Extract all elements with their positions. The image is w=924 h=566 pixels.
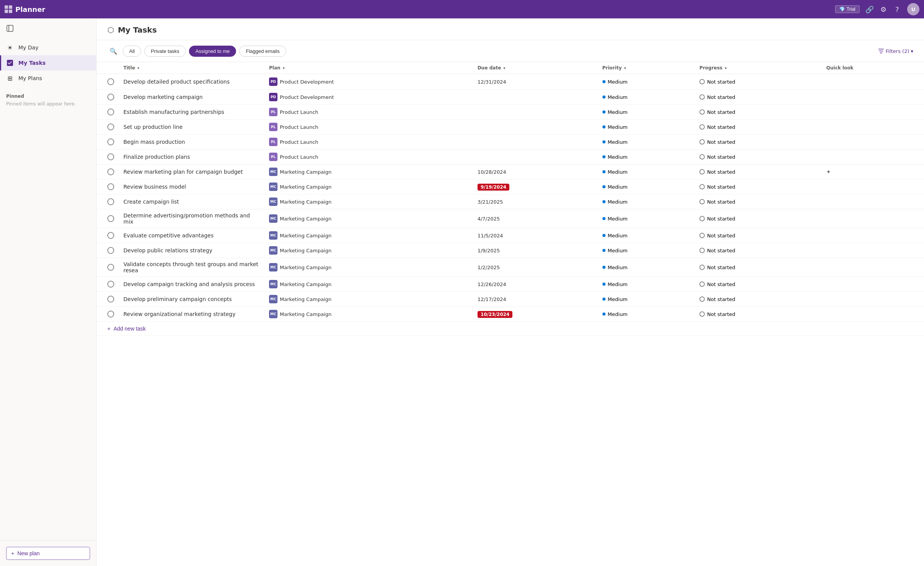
task-title-cell: Develop preliminary campaign concepts	[119, 292, 264, 307]
avatar[interactable]: U	[907, 3, 919, 15]
sidebar-item-my-tasks[interactable]: My Tasks	[0, 55, 96, 71]
progress-label: Not started	[707, 169, 735, 175]
task-plan-cell: PLProduct Launch	[264, 120, 473, 135]
task-progress-cell: Not started	[695, 120, 822, 135]
task-priority-cell: Medium	[598, 243, 695, 258]
task-title[interactable]: Develop campaign tracking and analysis p…	[123, 281, 255, 287]
task-title[interactable]: Create campaign list	[123, 199, 179, 205]
task-priority-cell: Medium	[598, 292, 695, 307]
sidebar-item-label: My Tasks	[18, 60, 46, 66]
task-checkbox[interactable]	[107, 78, 114, 85]
progress-label: Not started	[707, 296, 735, 302]
task-checkbox[interactable]	[107, 153, 114, 160]
task-quick-look-cell	[822, 292, 924, 307]
search-button[interactable]: 🔍	[107, 45, 120, 57]
table-row: Develop preliminary campaign conceptsMCM…	[97, 292, 924, 307]
col-progress[interactable]: Progress ▾	[695, 62, 822, 74]
task-quick-look-cell	[822, 179, 924, 194]
tab-private-tasks[interactable]: Private tasks	[144, 46, 185, 57]
task-title[interactable]: Review business model	[123, 184, 186, 190]
task-title[interactable]: Develop detailed product specifications	[123, 79, 230, 85]
task-checkbox[interactable]	[107, 168, 114, 175]
task-quick-look-cell	[822, 258, 924, 277]
help-icon[interactable]: ?	[893, 5, 901, 13]
task-progress-cell: Not started	[695, 179, 822, 194]
col-plan[interactable]: Plan ▾	[264, 62, 473, 74]
task-checkbox[interactable]	[107, 94, 114, 100]
plan-icon: PL	[269, 138, 277, 146]
task-checkbox[interactable]	[107, 215, 114, 222]
tab-flagged-emails[interactable]: Flagged emails	[239, 46, 286, 57]
progress-circle	[699, 265, 705, 270]
task-due-date-cell	[473, 135, 598, 150]
plan-name: Marketing Campaign	[280, 265, 332, 270]
task-checkbox[interactable]	[107, 183, 114, 190]
tab-assigned-to-me[interactable]: Assigned to me	[189, 46, 236, 57]
task-title[interactable]: Establish manufacturing partnerships	[123, 109, 224, 115]
filters-label: Filters (2)	[886, 48, 909, 54]
plan-icon: MC	[269, 231, 277, 240]
task-checkbox[interactable]	[107, 296, 114, 303]
task-checkbox-cell	[97, 135, 119, 150]
sidebar-toggle[interactable]	[0, 21, 96, 35]
progress-circle	[699, 216, 705, 221]
task-title[interactable]: Begin mass production	[123, 139, 185, 145]
task-checkbox[interactable]	[107, 123, 114, 130]
task-checkbox[interactable]	[107, 264, 114, 271]
task-checkbox[interactable]	[107, 281, 114, 288]
task-checkbox[interactable]	[107, 198, 114, 205]
task-checkbox[interactable]	[107, 232, 114, 239]
task-checkbox-cell	[97, 228, 119, 243]
task-checkbox[interactable]	[107, 138, 114, 145]
filters-button[interactable]: Filters (2) ▾	[878, 48, 913, 54]
task-title[interactable]: Develop public relations strategy	[123, 247, 212, 253]
progress-circle	[699, 199, 705, 204]
task-checkbox[interactable]	[107, 247, 114, 254]
task-title[interactable]: Finalize production plans	[123, 154, 190, 160]
col-title[interactable]: Title ▾	[119, 62, 264, 74]
settings-icon[interactable]: ⚙	[880, 5, 887, 13]
task-due-date-cell: 10/28/2024	[473, 165, 598, 179]
table-header-row: Title ▾ Plan ▾ Due date ▾ Priority ▾ Pro…	[97, 62, 924, 74]
quick-look-icon[interactable]: ✦	[826, 169, 831, 175]
filters-bar: 🔍 All Private tasks Assigned to me Flagg…	[97, 40, 924, 62]
task-due-date-cell: 12/31/2024	[473, 74, 598, 90]
plan-name: Marketing Campaign	[280, 233, 332, 239]
trial-button[interactable]: 💎 Trial	[835, 5, 860, 13]
task-due-date: 1/2/2025	[478, 265, 500, 270]
task-title[interactable]: Develop preliminary campaign concepts	[123, 296, 232, 302]
plan-name: Product Launch	[280, 139, 318, 145]
task-checkbox[interactable]	[107, 311, 114, 318]
task-checkbox-cell	[97, 179, 119, 194]
col-due-date[interactable]: Due date ▾	[473, 62, 598, 74]
tab-all[interactable]: All	[123, 46, 141, 57]
sidebar-item-my-plans[interactable]: ⊞ My Plans	[0, 71, 96, 86]
col-priority[interactable]: Priority ▾	[598, 62, 695, 74]
task-title[interactable]: Review organizational marketing strategy	[123, 311, 236, 317]
task-checkbox-cell	[97, 105, 119, 120]
task-title[interactable]: Determine advertising/promotion methods …	[123, 212, 260, 225]
task-title[interactable]: Validate concepts through test groups an…	[123, 261, 260, 273]
plan-icon: PD	[269, 93, 277, 101]
task-checkbox[interactable]	[107, 109, 114, 115]
add-task-button[interactable]: + Add new task	[107, 326, 146, 332]
priority-dot	[602, 234, 606, 237]
task-priority-cell: Medium	[598, 179, 695, 194]
task-priority-cell: Medium	[598, 150, 695, 165]
task-title[interactable]: Set up production line	[123, 124, 183, 130]
task-quick-look-cell	[822, 105, 924, 120]
new-plan-button[interactable]: + New plan	[6, 547, 90, 560]
task-checkbox-cell	[97, 165, 119, 179]
task-due-date-cell	[473, 150, 598, 165]
priority-label: Medium	[608, 94, 628, 100]
task-title[interactable]: Develop marketing campaign	[123, 94, 203, 100]
task-title[interactable]: Review marketing plan for campaign budge…	[123, 169, 243, 175]
share-icon[interactable]: 🔗	[866, 5, 873, 13]
task-priority-cell: Medium	[598, 120, 695, 135]
task-quick-look-cell	[822, 228, 924, 243]
sidebar-item-my-day[interactable]: ☀ My Day	[0, 40, 96, 55]
task-title[interactable]: Evaluate competitive advantages	[123, 232, 213, 239]
task-info-button[interactable]: ℹ	[233, 77, 242, 86]
priority-sort-icon: ▾	[624, 66, 626, 70]
task-more-button[interactable]: ⋯	[243, 77, 253, 86]
